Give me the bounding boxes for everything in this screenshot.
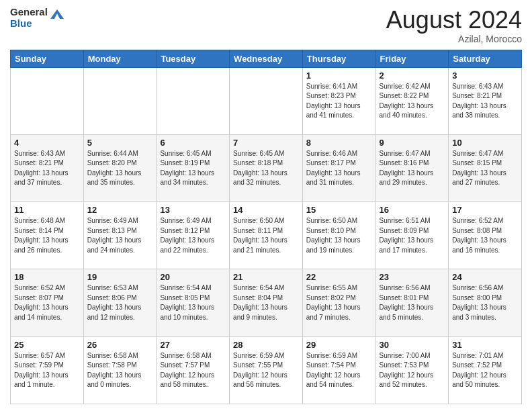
calendar-cell: 21Sunrise: 6:54 AM Sunset: 8:04 PM Dayli…: [230, 269, 303, 336]
header: General Blue August 2024 Azilal, Morocco: [10, 7, 522, 44]
cell-info: Sunrise: 6:57 AM Sunset: 7:59 PM Dayligh…: [14, 351, 80, 390]
calendar-cell: 12Sunrise: 6:49 AM Sunset: 8:13 PM Dayli…: [83, 202, 157, 269]
calendar-cell: 4Sunrise: 6:43 AM Sunset: 8:21 PM Daylig…: [11, 134, 84, 201]
cell-day-number: 29: [306, 340, 372, 350]
cell-day-number: 17: [452, 205, 518, 215]
cell-day-number: 23: [380, 272, 445, 282]
calendar-cell: 23Sunrise: 6:56 AM Sunset: 8:01 PM Dayli…: [375, 269, 449, 336]
cell-info: Sunrise: 6:59 AM Sunset: 7:54 PM Dayligh…: [306, 351, 372, 390]
cell-info: Sunrise: 6:50 AM Sunset: 8:10 PM Dayligh…: [306, 216, 372, 255]
cell-day-number: 14: [233, 205, 299, 215]
cell-info: Sunrise: 7:00 AM Sunset: 7:53 PM Dayligh…: [380, 351, 445, 390]
calendar-table: SundayMondayTuesdayWednesdayThursdayFrid…: [10, 50, 522, 404]
cell-day-number: 21: [233, 272, 299, 282]
logo-icon: [49, 7, 65, 23]
week-row-4: 25Sunrise: 6:57 AM Sunset: 7:59 PM Dayli…: [11, 336, 522, 404]
calendar-cell: 17Sunrise: 6:52 AM Sunset: 8:08 PM Dayli…: [449, 202, 522, 269]
cell-info: Sunrise: 6:47 AM Sunset: 8:15 PM Dayligh…: [452, 149, 518, 188]
cell-day-number: 4: [14, 138, 80, 148]
calendar-cell: 6Sunrise: 6:45 AM Sunset: 8:19 PM Daylig…: [157, 134, 230, 201]
location: Azilal, Morocco: [386, 34, 522, 44]
calendar-cell: 13Sunrise: 6:49 AM Sunset: 8:12 PM Dayli…: [157, 202, 230, 269]
cell-day-number: 16: [380, 205, 445, 215]
cell-day-number: 22: [306, 272, 372, 282]
weekday-header-thursday: Thursday: [302, 50, 375, 67]
cell-info: Sunrise: 6:56 AM Sunset: 8:01 PM Dayligh…: [380, 283, 445, 322]
calendar-cell: 10Sunrise: 6:47 AM Sunset: 8:15 PM Dayli…: [449, 134, 522, 201]
logo-text: General Blue: [10, 7, 48, 29]
week-row-3: 18Sunrise: 6:52 AM Sunset: 8:07 PM Dayli…: [11, 269, 522, 336]
cell-day-number: 24: [452, 272, 518, 282]
calendar-cell: 8Sunrise: 6:46 AM Sunset: 8:17 PM Daylig…: [302, 134, 375, 201]
calendar-cell: 30Sunrise: 7:00 AM Sunset: 7:53 PM Dayli…: [375, 336, 449, 404]
cell-info: Sunrise: 6:42 AM Sunset: 8:22 PM Dayligh…: [380, 82, 445, 121]
title-block: August 2024 Azilal, Morocco: [386, 7, 522, 44]
weekday-header-sunday: Sunday: [11, 50, 84, 67]
month-year: August 2024: [386, 7, 522, 34]
calendar-cell: 24Sunrise: 6:56 AM Sunset: 8:00 PM Dayli…: [449, 269, 522, 336]
cell-day-number: 1: [306, 71, 372, 81]
weekday-header-wednesday: Wednesday: [230, 50, 303, 67]
calendar-cell: 11Sunrise: 6:48 AM Sunset: 8:14 PM Dayli…: [11, 202, 84, 269]
cell-day-number: 12: [87, 205, 153, 215]
cell-day-number: 19: [87, 272, 153, 282]
cell-info: Sunrise: 6:58 AM Sunset: 7:58 PM Dayligh…: [87, 351, 153, 390]
cell-info: Sunrise: 6:43 AM Sunset: 8:21 PM Dayligh…: [14, 149, 80, 188]
weekday-header-friday: Friday: [375, 50, 449, 67]
cell-info: Sunrise: 6:46 AM Sunset: 8:17 PM Dayligh…: [306, 149, 372, 188]
calendar-cell: 25Sunrise: 6:57 AM Sunset: 7:59 PM Dayli…: [11, 336, 84, 404]
cell-info: Sunrise: 6:59 AM Sunset: 7:55 PM Dayligh…: [233, 351, 299, 390]
calendar-cell: 26Sunrise: 6:58 AM Sunset: 7:58 PM Dayli…: [83, 336, 157, 404]
cell-day-number: 31: [452, 340, 518, 350]
cell-info: Sunrise: 7:01 AM Sunset: 7:52 PM Dayligh…: [452, 351, 518, 390]
cell-day-number: 27: [160, 340, 226, 350]
cell-day-number: 28: [233, 340, 299, 350]
cell-day-number: 9: [380, 138, 445, 148]
cell-day-number: 5: [87, 138, 153, 148]
weekday-header-monday: Monday: [83, 50, 157, 67]
cell-day-number: 30: [380, 340, 445, 350]
cell-info: Sunrise: 6:54 AM Sunset: 8:04 PM Dayligh…: [233, 283, 299, 322]
cell-info: Sunrise: 6:54 AM Sunset: 8:05 PM Dayligh…: [160, 283, 226, 322]
cell-day-number: 8: [306, 138, 372, 148]
cell-info: Sunrise: 6:45 AM Sunset: 8:19 PM Dayligh…: [160, 149, 226, 188]
cell-day-number: 7: [233, 138, 299, 148]
calendar-cell: [230, 67, 303, 134]
calendar-cell: 20Sunrise: 6:54 AM Sunset: 8:05 PM Dayli…: [157, 269, 230, 336]
cell-info: Sunrise: 6:53 AM Sunset: 8:06 PM Dayligh…: [87, 283, 153, 322]
weekday-header-row: SundayMondayTuesdayWednesdayThursdayFrid…: [11, 50, 522, 67]
cell-day-number: 18: [14, 272, 80, 282]
cell-day-number: 11: [14, 205, 80, 215]
calendar-cell: 28Sunrise: 6:59 AM Sunset: 7:55 PM Dayli…: [230, 336, 303, 404]
calendar-cell: 2Sunrise: 6:42 AM Sunset: 8:22 PM Daylig…: [375, 67, 449, 134]
logo-line2: Blue: [10, 18, 48, 30]
calendar-cell: 18Sunrise: 6:52 AM Sunset: 8:07 PM Dayli…: [11, 269, 84, 336]
calendar-cell: 22Sunrise: 6:55 AM Sunset: 8:02 PM Dayli…: [302, 269, 375, 336]
logo: General Blue: [10, 7, 65, 29]
week-row-1: 4Sunrise: 6:43 AM Sunset: 8:21 PM Daylig…: [11, 134, 522, 201]
cell-info: Sunrise: 6:47 AM Sunset: 8:16 PM Dayligh…: [380, 149, 445, 188]
cell-day-number: 15: [306, 205, 372, 215]
calendar-cell: 9Sunrise: 6:47 AM Sunset: 8:16 PM Daylig…: [375, 134, 449, 201]
week-row-0: 1Sunrise: 6:41 AM Sunset: 8:23 PM Daylig…: [11, 67, 522, 134]
cell-day-number: 6: [160, 138, 226, 148]
calendar-cell: [83, 67, 157, 134]
calendar-cell: 19Sunrise: 6:53 AM Sunset: 8:06 PM Dayli…: [83, 269, 157, 336]
calendar-cell: 29Sunrise: 6:59 AM Sunset: 7:54 PM Dayli…: [302, 336, 375, 404]
cell-day-number: 2: [380, 71, 445, 81]
weekday-header-tuesday: Tuesday: [157, 50, 230, 67]
cell-info: Sunrise: 6:49 AM Sunset: 8:12 PM Dayligh…: [160, 216, 226, 255]
calendar-cell: 14Sunrise: 6:50 AM Sunset: 8:11 PM Dayli…: [230, 202, 303, 269]
calendar-cell: 16Sunrise: 6:51 AM Sunset: 8:09 PM Dayli…: [375, 202, 449, 269]
page: General Blue August 2024 Azilal, Morocco…: [0, 0, 532, 411]
cell-info: Sunrise: 6:43 AM Sunset: 8:21 PM Dayligh…: [452, 82, 518, 121]
cell-day-number: 25: [14, 340, 80, 350]
cell-day-number: 13: [160, 205, 226, 215]
weekday-header-saturday: Saturday: [449, 50, 522, 67]
cell-info: Sunrise: 6:52 AM Sunset: 8:07 PM Dayligh…: [14, 283, 80, 322]
cell-day-number: 20: [160, 272, 226, 282]
calendar-cell: 1Sunrise: 6:41 AM Sunset: 8:23 PM Daylig…: [302, 67, 375, 134]
cell-info: Sunrise: 6:58 AM Sunset: 7:57 PM Dayligh…: [160, 351, 226, 390]
cell-info: Sunrise: 6:50 AM Sunset: 8:11 PM Dayligh…: [233, 216, 299, 255]
calendar-cell: 31Sunrise: 7:01 AM Sunset: 7:52 PM Dayli…: [449, 336, 522, 404]
